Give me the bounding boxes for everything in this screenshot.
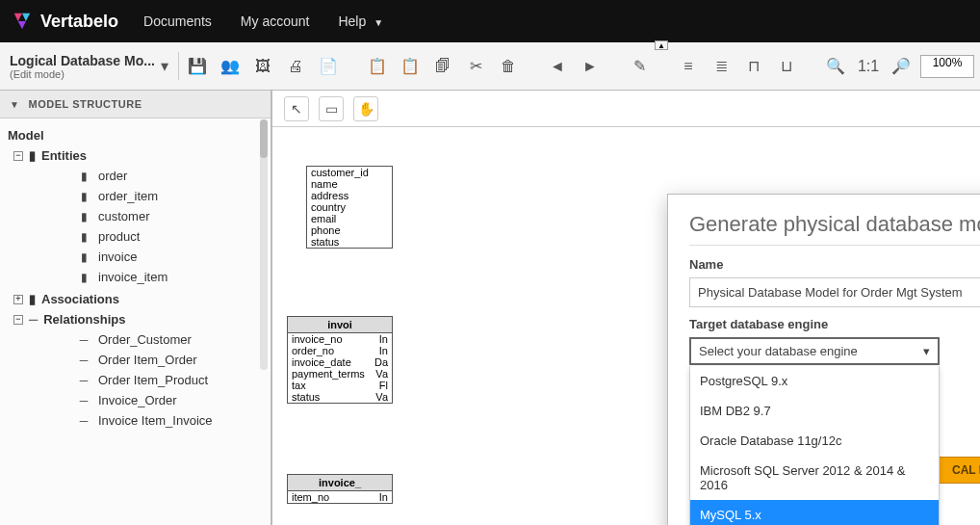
delete-icon[interactable]: 🗑 <box>495 53 522 80</box>
collapse-box-icon: − <box>13 151 23 161</box>
table-icon: ▮ <box>77 250 90 264</box>
relationship-icon: ─ <box>29 312 38 327</box>
dialog-title: Generate physical database model <box>689 212 980 237</box>
collapse-icon: ▼ <box>10 99 19 110</box>
relationship-icon: ─ <box>77 354 90 367</box>
generate-button[interactable]: CAL MODEL <box>938 457 980 484</box>
logo[interactable]: Vertabelo <box>12 11 118 32</box>
sidebar-entity-item[interactable]: ▮customer <box>77 207 263 225</box>
table-icon: ▮ <box>77 170 90 183</box>
zoom-fit-icon[interactable]: 1:1 <box>855 53 882 80</box>
panel-drag-handle-icon[interactable]: ▲ <box>655 40 668 50</box>
sidebar-entity-item[interactable]: ▮order <box>77 167 263 185</box>
folder-icon: ▮ <box>29 148 36 163</box>
sidebar-entity-item[interactable]: ▮invoice <box>77 248 263 266</box>
expand-box-icon: + <box>13 295 23 304</box>
share-icon[interactable]: 👥 <box>217 53 244 80</box>
print-icon[interactable]: 🖨 <box>282 53 309 80</box>
sidebar-entity-item[interactable]: ▮order_item <box>77 187 263 205</box>
engine-option[interactable]: PostgreSQL 9.x <box>690 366 939 396</box>
nav-help[interactable]: Help ▼ <box>334 13 387 29</box>
table-icon: ▮ <box>77 190 90 203</box>
sidebar-relationship-item[interactable]: ─Order Item_Product <box>77 371 263 389</box>
table-icon: ▮ <box>77 230 90 244</box>
undo-icon[interactable]: ◄ <box>544 53 571 80</box>
image-export-icon[interactable]: 🖼 <box>249 53 276 80</box>
tree-root[interactable]: Model <box>8 128 263 143</box>
sidebar-entity-item[interactable]: ▮product <box>77 227 263 246</box>
svg-marker-0 <box>14 13 22 21</box>
edit-icon[interactable]: ✎ <box>626 53 653 80</box>
svg-marker-1 <box>22 13 30 21</box>
sidebar-header[interactable]: ▼ MODEL STRUCTURE <box>0 91 271 118</box>
engine-option[interactable]: Oracle Database 11g/12c <box>690 426 939 456</box>
engine-option[interactable]: Microsoft SQL Server 2012 & 2014 & 2016 <box>690 456 939 500</box>
tree-group-associations[interactable]: + ▮ Associations <box>13 292 263 306</box>
cut-icon[interactable]: ✂ <box>462 53 489 80</box>
table-icon: ▮ <box>77 271 90 284</box>
nav-help-label: Help <box>338 13 366 29</box>
sidebar-relationship-item[interactable]: ─Invoice Item_Invoice <box>77 411 263 430</box>
table-icon: ▮ <box>77 210 90 223</box>
document-title-block[interactable]: Logical Database Mo... (Edit mode) <box>6 53 155 80</box>
zoom-select[interactable]: 100% <box>920 55 974 78</box>
sidebar-header-label: MODEL STRUCTURE <box>29 98 142 110</box>
relationship-icon: ─ <box>77 394 90 407</box>
relationship-icon: ─ <box>77 374 90 387</box>
redo-icon[interactable]: ► <box>577 53 604 80</box>
logo-icon <box>12 11 33 32</box>
align-bottom-icon[interactable]: ⊔ <box>773 53 800 80</box>
relationship-icon: ─ <box>77 414 90 428</box>
brand-name: Vertabelo <box>40 12 118 32</box>
model-name-input[interactable] <box>689 277 980 307</box>
name-label: Name <box>689 257 980 272</box>
collapse-box-icon: − <box>13 315 23 325</box>
document-mode: (Edit mode) <box>10 68 155 80</box>
nav-documents[interactable]: Documents <box>140 13 216 29</box>
align-top-icon[interactable]: ⊓ <box>740 53 767 80</box>
relationship-icon: ─ <box>77 333 90 347</box>
caret-down-icon[interactable]: ▾ <box>155 53 173 80</box>
engine-label: Target database engine <box>689 317 980 331</box>
folder-icon: ▮ <box>29 292 36 306</box>
chevron-down-icon: ▾ <box>923 344 930 358</box>
engine-dropdown: PostgreSQL 9.xIBM DB2 9.7Oracle Database… <box>689 366 940 525</box>
select-placeholder: Select your database engine <box>699 344 858 358</box>
scrollbar[interactable] <box>260 119 268 370</box>
zoom-out-icon[interactable]: 🔍 <box>822 53 849 80</box>
nav-account[interactable]: My account <box>237 13 314 29</box>
document-title: Logical Database Mo... <box>10 53 155 68</box>
paste-icon[interactable]: 📋 <box>397 53 424 80</box>
duplicate-icon[interactable]: 🗐 <box>429 53 456 80</box>
sidebar-relationship-item[interactable]: ─Order_Customer <box>77 330 263 349</box>
engine-option[interactable]: IBM DB2 9.7 <box>690 396 939 426</box>
generate-model-dialog: × Generate physical database model Name … <box>667 194 980 525</box>
doc-export-icon[interactable]: 📄 <box>315 53 342 80</box>
tree-group-relationships[interactable]: − ─ Relationships <box>13 312 263 327</box>
save-icon[interactable]: 💾 <box>184 53 211 80</box>
chevron-down-icon: ▼ <box>374 17 383 28</box>
sidebar-relationship-item[interactable]: ─Invoice_Order <box>77 391 263 409</box>
tree-group-entities[interactable]: − ▮ Entities <box>13 148 263 163</box>
sidebar-relationship-item[interactable]: ─Order Item_Order <box>77 351 263 369</box>
copy-icon[interactable]: 📋 <box>364 53 391 80</box>
align-center-icon[interactable]: ≣ <box>708 53 735 80</box>
svg-marker-2 <box>18 21 26 29</box>
sidebar-entity-item[interactable]: ▮invoice_item <box>77 268 263 286</box>
engine-option[interactable]: MySQL 5.x <box>690 500 939 525</box>
align-left-icon[interactable]: ≡ <box>675 53 702 80</box>
engine-select[interactable]: Select your database engine ▾ <box>689 337 940 365</box>
zoom-in-icon[interactable]: 🔎 <box>888 53 915 80</box>
